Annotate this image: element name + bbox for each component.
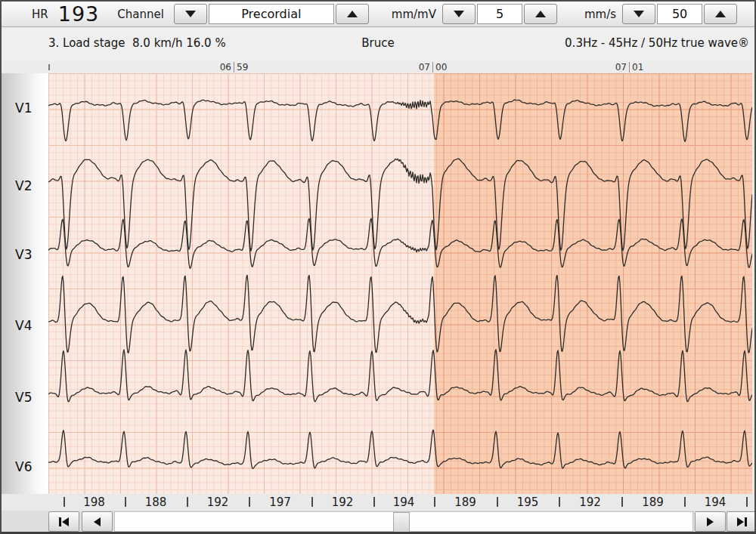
toolbar: HR 193 Channel Precordial mm/mV 5 mm/s 5… [2, 2, 754, 27]
beat-hr-value: 188 [133, 495, 178, 509]
hr-label: HR [32, 8, 48, 21]
channel-label: Channel [117, 8, 164, 21]
lead-label-v1: V1 [15, 100, 32, 116]
beat-hr-value: 198 [72, 495, 117, 509]
beat-hr-strip: 198188192197192194189195192189194 [2, 494, 754, 511]
triangle-down-icon [634, 11, 644, 17]
timeline-bar: 065907000701 [2, 61, 754, 73]
arrow-right-icon [707, 517, 714, 526]
gain-label: mm/mV [392, 8, 436, 21]
lead-label-sidebar: V1V2V3V4V5V6 [2, 73, 48, 494]
stress-ecg-window: HR 193 Channel Precordial mm/mV 5 mm/s 5… [0, 0, 756, 534]
time-hour: 07 [596, 62, 627, 73]
channel-down-button[interactable] [174, 4, 207, 24]
ecg-chart-area [48, 73, 752, 494]
beat-hr-value: 192 [568, 495, 613, 509]
arrow-left-icon [62, 517, 69, 526]
beat-hr-value: 195 [505, 495, 550, 509]
gain-value-field[interactable]: 5 [477, 4, 522, 24]
ecg-trace-v5 [48, 350, 752, 402]
time-separator [629, 62, 630, 73]
time-minute: 01 [632, 62, 643, 73]
speed-value-field[interactable]: 50 [657, 4, 702, 24]
beat-hr-value: 192 [195, 495, 240, 509]
gain-down-button[interactable] [442, 4, 476, 24]
time-separator [234, 62, 234, 73]
beat-tick [373, 497, 375, 507]
ecg-trace-v2 [48, 159, 752, 251]
chart-right-margin [752, 73, 756, 494]
time-minute: 59 [237, 62, 248, 73]
beat-tick [125, 497, 126, 507]
timeline-start-tick [48, 64, 50, 70]
beat-tick [311, 497, 313, 507]
info-bar: 3. Load stage 8.0 km/h 16.0 % Bruce 0.3H… [2, 27, 754, 61]
time-hour: 06 [201, 62, 231, 73]
beat-tick [497, 497, 498, 507]
lead-label-v3: V3 [15, 247, 32, 262]
beat-hr-value: 194 [692, 495, 738, 509]
lead-label-v4: V4 [15, 318, 32, 333]
triangle-down-icon [185, 11, 196, 17]
triangle-up-icon [715, 11, 726, 17]
triangle-up-icon [347, 11, 358, 17]
triangle-down-icon [454, 11, 464, 17]
beat-hr-value: 194 [381, 495, 426, 509]
beat-tick [621, 497, 623, 507]
ecg-trace-v4 [48, 275, 752, 353]
scroll-last-button[interactable] [727, 511, 756, 532]
beat-tick [559, 497, 560, 507]
arrow-left-icon [94, 517, 101, 526]
lead-label-v6: V6 [15, 459, 32, 474]
lead-label-v2: V2 [15, 178, 32, 193]
beat-hr-value: 189 [443, 495, 488, 509]
ecg-main-area: V1V2V3V4V5V6 [2, 73, 754, 494]
beat-tick [746, 497, 748, 507]
beat-hr-value: 197 [258, 495, 303, 509]
time-minute: 00 [435, 62, 447, 73]
scroll-previous-button[interactable] [82, 511, 113, 532]
skip-start-icon [59, 517, 61, 526]
hr-value: 193 [58, 2, 100, 26]
scrollbar-track[interactable] [114, 511, 693, 532]
beat-tick [187, 497, 188, 507]
ecg-trace-v1 [48, 100, 752, 141]
beat-tick [249, 497, 250, 507]
lead-label-v5: V5 [15, 390, 32, 405]
speed-down-button[interactable] [622, 4, 655, 24]
beat-tick [434, 497, 435, 507]
channel-value-field[interactable]: Precordial [209, 4, 334, 24]
skip-end-icon [745, 517, 747, 526]
scroll-next-button[interactable] [695, 511, 726, 532]
timeline-scrollbar [2, 511, 754, 533]
gain-up-button[interactable] [524, 4, 557, 24]
scrollbar-thumb[interactable] [393, 512, 410, 532]
ecg-traces [48, 73, 752, 494]
beat-tick [684, 497, 686, 507]
beat-tick [64, 497, 65, 507]
channel-up-button[interactable] [336, 4, 369, 24]
time-separator [432, 62, 433, 73]
speed-label: mm/s [584, 8, 616, 21]
beat-hr-value: 192 [320, 495, 365, 509]
scroll-first-button[interactable] [48, 511, 79, 532]
speed-up-button[interactable] [704, 4, 737, 24]
time-hour: 07 [400, 62, 430, 73]
filter-settings-text: 0.3Hz - 45Hz / 50Hz true wave® [565, 36, 749, 50]
ecg-trace-v3 [48, 218, 752, 268]
ecg-trace-v6 [48, 430, 752, 468]
triangle-up-icon [535, 11, 546, 17]
arrow-right-icon [737, 517, 744, 526]
beat-hr-value: 189 [631, 495, 676, 509]
